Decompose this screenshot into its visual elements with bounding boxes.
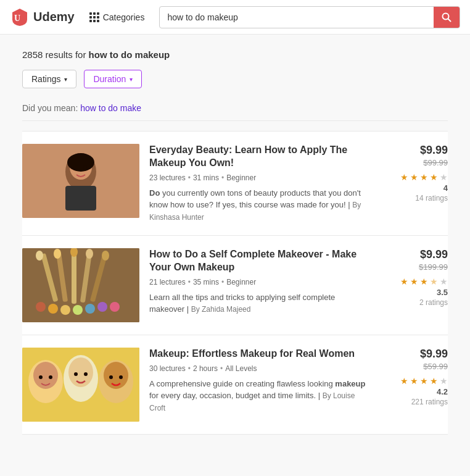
course-thumbnail[interactable] [22, 248, 139, 322]
separator: | [187, 304, 191, 314]
star-4: ★ [430, 376, 438, 386]
price-original: $99.99 [423, 158, 448, 167]
star-3: ★ [420, 172, 428, 182]
course-pricing: $9.99 $199.99 ★ ★ ★ ★ ★ 3.5 2 ratings [380, 248, 448, 307]
chevron-down-icon: ▾ [64, 76, 67, 83]
course-card: How to Do a Self Complete Makeover - Mak… [22, 236, 448, 335]
course-description: Do you currently own tons of beauty prod… [149, 187, 370, 223]
svg-point-26 [97, 302, 107, 312]
course-duration: 35 mins [193, 278, 219, 286]
logo-link[interactable]: U Udemy [10, 7, 75, 27]
course-title[interactable]: How to Do a Self Complete Makeover - Mak… [149, 248, 370, 274]
did-you-mean-link[interactable]: how to do make [80, 103, 141, 113]
star-4: ★ [430, 172, 438, 182]
star-1: ★ [400, 376, 408, 386]
star-2: ★ [410, 376, 418, 386]
categories-label: Categories [103, 12, 145, 22]
star-5: ★ [440, 376, 448, 386]
course-thumbnail[interactable] [22, 348, 139, 422]
svg-point-7 [67, 153, 94, 172]
course-card: Everyday Beauty: Learn How to Apply The … [22, 131, 448, 236]
header: U Udemy Categories [0, 0, 470, 35]
price-current: $9.99 [420, 248, 448, 261]
price-original: $199.99 [419, 262, 448, 272]
did-you-mean: Did you mean: how to do make [22, 103, 448, 121]
main-content: 2858 results for how to do makeup Rating… [0, 35, 470, 476]
did-you-mean-prefix: Did you mean: [22, 103, 78, 113]
course-lectures: 23 lectures [149, 173, 186, 182]
svg-point-31 [39, 375, 43, 379]
logo-text: Udemy [33, 10, 75, 24]
svg-point-22 [48, 304, 58, 314]
results-header: 2858 results for how to do makeup [22, 49, 448, 60]
svg-point-25 [85, 304, 95, 314]
rating-row: 4 [443, 183, 448, 193]
search-button[interactable] [434, 6, 460, 28]
star-4: ★ [430, 277, 438, 286]
star-3: ★ [420, 376, 428, 386]
desc-bold: Do [149, 188, 160, 198]
udemy-logo-icon: U [10, 7, 30, 27]
star-3: ★ [420, 277, 428, 286]
filter-ratings-label: Ratings [31, 74, 60, 84]
course-meta: 23 lectures • 31 mins • Beginner [149, 173, 370, 182]
dot: • [188, 364, 191, 373]
dot: • [188, 278, 191, 286]
svg-point-23 [60, 305, 70, 315]
svg-point-35 [74, 372, 78, 376]
course-info: Makeup: Effortless Makeup for Real Women… [149, 348, 370, 414]
desc-bold: makeup [335, 379, 365, 388]
rating-number: 3.5 [437, 288, 448, 297]
course-title[interactable]: Everyday Beauty: Learn How to Apply The … [149, 144, 370, 170]
star-rating: ★ ★ ★ ★ ★ [400, 172, 448, 182]
star-1: ★ [400, 172, 408, 182]
rating-count: 221 ratings [411, 398, 448, 406]
dot: • [221, 278, 224, 286]
svg-rect-6 [65, 186, 96, 211]
rating-number: 4.2 [437, 387, 448, 396]
svg-point-9 [83, 165, 87, 169]
svg-text:U: U [14, 14, 20, 23]
filter-duration-label: Duration [93, 74, 126, 84]
course-instructor: By Zahida Majeed [191, 305, 251, 314]
svg-point-20 [102, 251, 109, 261]
course-level: Beginner [226, 173, 256, 182]
svg-point-17 [54, 249, 61, 259]
svg-point-16 [36, 251, 43, 261]
desc-before: A comprehensive guide on creating flawle… [149, 379, 335, 388]
svg-line-2 [448, 19, 451, 21]
search-input[interactable] [160, 12, 434, 22]
course-info: How to Do a Self Complete Makeover - Mak… [149, 248, 370, 315]
grid-icon [89, 12, 99, 22]
rating-info: ★ ★ ★ ★ ★ 4 14 ratings [400, 169, 448, 203]
course-description: Learn all the tips and tricks to applyin… [149, 291, 370, 315]
rating-row: 4.2 [437, 387, 448, 396]
course-title[interactable]: Makeup: Effortless Makeup for Real Women [149, 348, 370, 361]
svg-point-39 [109, 375, 113, 379]
svg-point-36 [84, 372, 88, 376]
course-card: Makeup: Effortless Makeup for Real Women… [22, 335, 448, 435]
svg-point-40 [119, 375, 123, 379]
categories-button[interactable]: Categories [85, 10, 150, 25]
results-label: results for [46, 49, 86, 60]
desc-after: for every day, occasion, budget and time… [149, 391, 316, 400]
course-meta: 30 lectures • 2 hours • All Levels [149, 364, 370, 373]
svg-point-8 [75, 165, 78, 169]
price-current: $9.99 [420, 348, 448, 361]
results-query: how to do makeup [89, 49, 170, 60]
dot: • [221, 173, 224, 182]
search-bar [159, 6, 460, 28]
filter-duration-button[interactable]: Duration ▾ [84, 70, 142, 88]
rating-count: 14 ratings [415, 194, 448, 203]
rating-count: 2 ratings [419, 298, 448, 307]
filter-ratings-button[interactable]: Ratings ▾ [22, 70, 76, 88]
search-icon [442, 12, 451, 22]
dot: • [220, 364, 223, 373]
course-duration: 2 hours [193, 364, 218, 373]
star-1: ★ [400, 277, 408, 286]
course-thumbnail[interactable] [22, 144, 139, 218]
chevron-down-icon: ▾ [130, 76, 133, 83]
course-info: Everyday Beauty: Learn How to Apply The … [149, 144, 370, 223]
separator: | [318, 391, 323, 400]
rating-info: ★ ★ ★ ★ ★ 4.2 221 ratings [400, 372, 448, 406]
